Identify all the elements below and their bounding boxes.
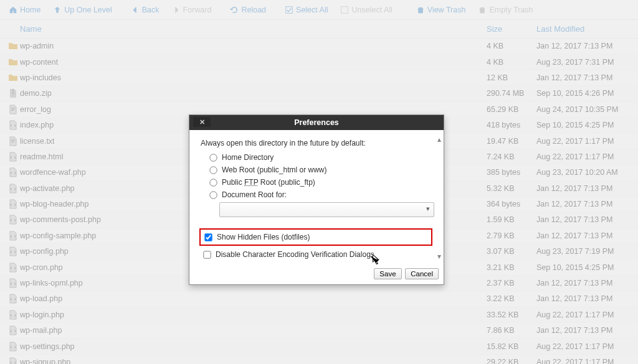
radio-webroot-label: Web Root (public_html or www)	[222, 166, 327, 174]
radio-home-input[interactable]	[209, 154, 217, 161]
cancel-button[interactable]: Cancel	[405, 268, 439, 279]
save-button[interactable]: Save	[374, 268, 401, 279]
dialog-scrollbar[interactable]: ▴ ▾	[436, 136, 442, 259]
checkbox-hidden-label: Show Hidden Files (dotfiles)	[217, 233, 310, 241]
dialog-lead: Always open this directory in the future…	[201, 139, 432, 147]
radio-docroot-label: Document Root for:	[222, 190, 287, 199]
highlight-box: Show Hidden Files (dotfiles)	[199, 228, 432, 246]
checkbox-encoding-label: Disable Character Encoding Verification …	[216, 250, 374, 259]
radio-webroot-input[interactable]	[209, 166, 217, 174]
radio-ftp-input[interactable]	[209, 179, 217, 186]
radio-ftp-label: Public FTP Root (public_ftp)	[222, 178, 315, 187]
checkbox-encoding[interactable]: Disable Character Encoding Verification …	[201, 248, 432, 261]
scroll-down-icon[interactable]: ▾	[436, 253, 442, 259]
checkbox-hidden[interactable]: Show Hidden Files (dotfiles)	[202, 231, 427, 243]
dialog-title: Preferences	[294, 118, 339, 127]
radio-home-label: Home Directory	[222, 153, 274, 162]
checkbox-hidden-input[interactable]	[204, 233, 212, 241]
radio-webroot[interactable]: Web Root (public_html or www)	[201, 164, 432, 176]
dialog-body: Always open this directory in the future…	[189, 130, 444, 266]
preferences-dialog: Preferences Always open this directory i…	[189, 114, 444, 285]
docroot-select[interactable]	[219, 202, 434, 217]
checkbox-encoding-input[interactable]	[203, 251, 211, 258]
dialog-titlebar: Preferences	[189, 115, 444, 130]
dialog-buttons: Save Cancel	[189, 266, 444, 284]
radio-home[interactable]: Home Directory	[201, 151, 432, 164]
radio-docroot-input[interactable]	[209, 191, 217, 198]
scroll-up-icon[interactable]: ▴	[436, 136, 442, 142]
dialog-close-button[interactable]	[193, 117, 211, 127]
radio-ftp[interactable]: Public FTP Root (public_ftp)	[201, 176, 432, 189]
radio-docroot[interactable]: Document Root for:	[201, 189, 432, 201]
